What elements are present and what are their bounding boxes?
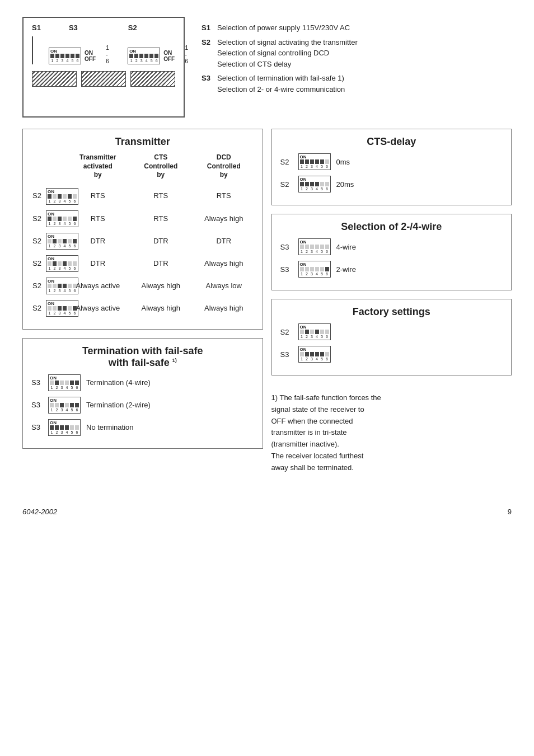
factory-s2-label: S2 <box>280 328 293 336</box>
termination-panel: Termination with fail-safe with fail-saf… <box>22 338 263 449</box>
s1-switch <box>32 36 33 64</box>
transmitter-panel: Transmitter Transmitter activated by CTS… <box>22 129 263 330</box>
s3-dip: ON 123456 <box>49 48 81 64</box>
trans-row6-c1: Always active <box>68 304 128 312</box>
trans-row-6: S2 ON 123456 <box>31 300 254 317</box>
term-dip-2: ON 123456 <box>48 397 81 414</box>
s2-range: 1 - 6 <box>185 44 188 64</box>
wire-2-label: S3 <box>280 265 293 274</box>
s2-bit4 <box>144 54 148 58</box>
s3-bit5 <box>71 54 74 58</box>
wire-4-label: S3 <box>280 243 293 251</box>
s2-bit1 <box>129 54 133 58</box>
s2-on: ON <box>163 50 175 56</box>
wire-4-val: 4-wire <box>336 243 356 251</box>
s3-switch-group: ON 123456 ON OFF <box>49 48 96 64</box>
term-s3: S3 <box>31 423 43 431</box>
trans-row4-c2: DTR <box>131 259 191 267</box>
cts-dip-20ms: ON 123456 <box>298 176 331 192</box>
transmitter-title: Transmitter <box>31 136 254 148</box>
info-s2-key: S2 <box>202 37 213 70</box>
trans-row3-c1: DTR <box>68 237 128 245</box>
s3-bit1 <box>50 54 54 58</box>
wire-4-row: S3 ON 123456 4-wire <box>280 238 503 255</box>
s2-bit3 <box>139 54 143 58</box>
hatched-bar-2 <box>81 71 126 87</box>
wire-selection-panel: Selection of 2-/4-wire S3 ON 123456 <box>271 214 512 290</box>
trans-row2-s: S2 <box>31 214 43 223</box>
cts-20ms-val: 20ms <box>336 180 354 189</box>
trans-row4-dip: S2 ON 123456 <box>31 255 65 272</box>
s3-bit3 <box>60 54 64 58</box>
trans-row6-s: S2 <box>31 304 43 312</box>
s2-off: OFF <box>163 56 175 62</box>
trans-row2-dip: S2 ON 123456 <box>31 210 65 227</box>
trans-row3-dip: S2 ON 123456 <box>31 233 65 250</box>
left-column: Transmitter Transmitter activated by CTS… <box>22 129 263 474</box>
s2-onoff: ON OFF <box>163 50 175 62</box>
factory-s3-row: S3 ON 123456 <box>280 346 503 363</box>
cts-0ms-val: 0ms <box>336 158 350 166</box>
trans-row5-s: S2 <box>31 281 43 290</box>
info-s3-val: Selection of termination with fail-safe … <box>217 73 512 95</box>
col-head-2: CTS Controlled by <box>131 153 191 180</box>
s3-bits <box>50 54 79 58</box>
term-s2: S3 <box>31 401 43 409</box>
wire-2-dip: ON 123456 <box>298 261 331 278</box>
term-row-2: S3 ON 123456 Termination (2-wi <box>31 397 254 414</box>
hatched-bar-3 <box>130 71 175 87</box>
factory-s2-dip: ON 123456 <box>298 323 331 340</box>
cts-20ms-label: S2 <box>280 180 293 189</box>
hatched-bar-1 <box>32 71 77 87</box>
info-s2-val: Selection of signal activating the trans… <box>217 37 512 70</box>
trans-row1-c1: RTS <box>68 191 128 200</box>
s3-label: S3 <box>69 24 78 32</box>
cts-dip-0ms: ON 123456 <box>298 153 331 170</box>
cts-0ms-label: S2 <box>280 158 293 166</box>
s3-off: OFF <box>85 56 96 62</box>
trans-row1-dip: S2 ON <box>31 186 65 205</box>
trans-row5-c3: Always low <box>194 281 254 290</box>
s3-on-label: ON <box>50 49 79 54</box>
info-s3-key: S3 <box>202 73 213 95</box>
term-desc-1: Termination (4-wire) <box>86 378 151 387</box>
wire-2-row: S3 ON 123456 2-wire <box>280 261 503 278</box>
info-s1: S1 Selection of power supply 115V/230V A… <box>202 22 512 34</box>
dip-switches: ON 123456 ON OFF <box>32 36 175 64</box>
trans-row1-s: S2 <box>31 191 43 200</box>
s3-bit6 <box>76 54 79 58</box>
term-desc-3: No termination <box>86 423 134 431</box>
trans-row5-c1: Always active <box>68 281 128 290</box>
wire-4-dip: ON 123456 <box>298 238 331 255</box>
trans-row4-c1: DTR <box>68 259 128 267</box>
trans-row5-dip: S2 ON 123456 <box>31 278 65 294</box>
trans-row-3: S2 ON 123456 <box>31 233 254 250</box>
factory-s2-row: S2 ON 123456 <box>280 323 503 340</box>
s3-nums: 123456 <box>50 59 79 63</box>
dip-board: S1 S3 S2 ON <box>22 17 185 118</box>
trans-row2-c1: RTS <box>68 214 128 223</box>
cts-row-20ms: S2 ON 123456 20ms <box>280 176 503 192</box>
trans-row-5: S2 ON 123456 <box>31 278 254 294</box>
page-footer: 6042-2002 9 <box>22 508 512 516</box>
col-head-3: DCD Controlled by <box>194 153 254 180</box>
term-row-3: S3 ON 123456 No termination <box>31 419 254 436</box>
s2-dip: ON 123456 <box>128 48 160 64</box>
s3-bit4 <box>65 54 69 58</box>
trans-row3-s: S2 <box>31 237 43 245</box>
trans-row-2: S2 ON 123456 <box>31 210 254 227</box>
s2-bit6 <box>154 54 158 58</box>
trans-row2-c2: RTS <box>131 214 191 223</box>
s3-bit2 <box>55 54 59 58</box>
footnote-text: 1) The fail-safe function forces the sig… <box>271 392 512 474</box>
s3-on: ON <box>85 50 96 56</box>
s2-bit5 <box>149 54 153 58</box>
trans-row6-c3: Always high <box>194 304 254 312</box>
trans-header: Transmitter activated by CTS Controlled … <box>31 153 254 182</box>
term-dip-1: ON 123456 <box>48 374 81 391</box>
factory-title: Factory settings <box>280 306 503 318</box>
term-dip-3: ON 123456 <box>48 419 81 436</box>
termination-title: Termination with fail-safe with fail-saf… <box>31 345 254 369</box>
s2-on-label: ON <box>129 49 158 54</box>
factory-s3-dip: ON 123456 <box>298 346 331 363</box>
